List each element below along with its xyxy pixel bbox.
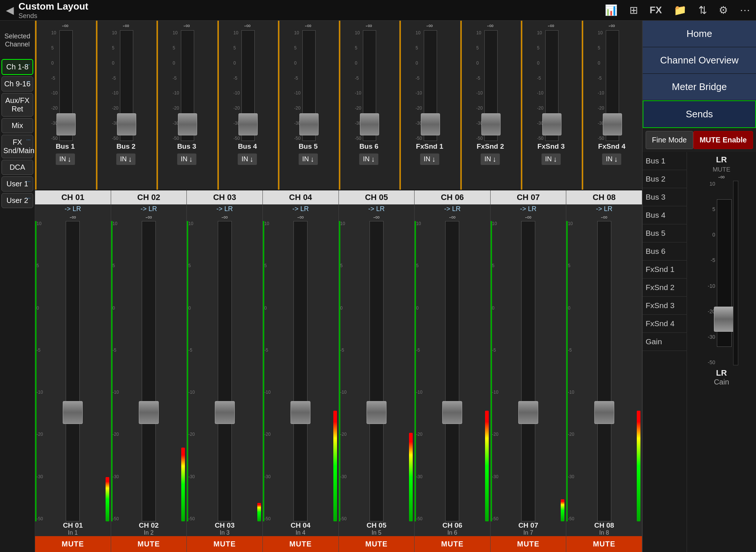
sidebar-item-aux-fx-ret[interactable]: Aux/FX Ret — [1, 93, 33, 117]
in-button[interactable]: IN ↓ — [299, 153, 318, 165]
sends-list-item-0[interactable]: Bus 1 — [643, 152, 687, 170]
sends-list-item-9[interactable]: FxSnd 4 — [643, 315, 687, 333]
gear-icon[interactable]: ⚙ — [719, 4, 728, 16]
mute-button[interactable]: MUTE — [491, 536, 566, 552]
fader-knob[interactable] — [238, 113, 258, 135]
sends-list-item-8[interactable]: FxSnd 3 — [643, 297, 687, 315]
bus-strip-0: -∞1050-5-10-20-30-50Bus 1IN ↓ — [35, 21, 96, 190]
sends-list-item-3[interactable]: Bus 4 — [643, 206, 687, 224]
channel-strip-5: CH 06-> LR-∞1050-5-10-20-30-50CH 06In 6M… — [415, 190, 491, 552]
back-button[interactable]: ◀ — [6, 4, 14, 16]
fader-knob[interactable] — [56, 113, 76, 135]
ch-left-bar — [35, 221, 37, 521]
channel-strip-0: CH 01-> LR-∞1050-5-10-20-30-50CH 01In 1M… — [35, 190, 111, 552]
ch-db: -∞ — [145, 214, 152, 221]
strip-db: -∞ — [365, 22, 372, 30]
fine-mode-button[interactable]: Fine Mode — [646, 131, 693, 149]
mute-button[interactable]: MUTE — [339, 536, 415, 552]
sidebar-item-mix[interactable]: Mix — [1, 118, 33, 133]
left-sidebar: Selected Channel ··· Ch 1-8 ··· Ch 9-16 … — [0, 21, 35, 552]
sends-list-item-7[interactable]: FxSnd 2 — [643, 279, 687, 297]
mute-button[interactable]: MUTE — [415, 536, 490, 552]
ch-fader-knob[interactable] — [63, 401, 83, 424]
right-fader-knob[interactable] — [714, 307, 735, 332]
ch-fader-track[interactable] — [521, 221, 535, 521]
app-subtitle: Sends — [18, 12, 88, 20]
folder-icon[interactable]: 📁 — [674, 4, 687, 16]
ch-fader-track[interactable] — [142, 221, 156, 521]
selected-channel-label: Selected Channel — [1, 22, 33, 59]
fader-area: 1050-5-10-20-30-50 — [172, 30, 202, 141]
ch-fader-track[interactable] — [597, 221, 611, 521]
strip-db: -∞ — [123, 22, 129, 30]
ch-meter-bar — [637, 411, 640, 521]
ch-fader-knob[interactable] — [291, 401, 310, 424]
fader-knob[interactable] — [603, 113, 622, 135]
ch-fader-track[interactable] — [293, 221, 307, 521]
ch-fader-knob[interactable] — [367, 401, 386, 424]
ch-fader-knob[interactable] — [594, 401, 614, 424]
in-button[interactable]: IN ↓ — [116, 153, 135, 165]
in-button[interactable]: IN ↓ — [238, 153, 257, 165]
mute-button[interactable]: MUTE — [35, 536, 111, 552]
fader-knob[interactable] — [421, 113, 440, 135]
mute-button[interactable]: MUTE — [187, 536, 262, 552]
ch-fader-track[interactable] — [66, 221, 80, 521]
mute-button[interactable]: MUTE — [111, 536, 187, 552]
ch-meter-bar — [106, 477, 109, 521]
nav-home-button[interactable]: Home — [643, 21, 756, 47]
sidebar-dots: ··· — [26, 78, 31, 84]
ch-left-bar — [111, 221, 113, 521]
in-button[interactable]: IN ↓ — [542, 153, 561, 165]
sidebar-item-user1[interactable]: ··· User 1 — [1, 176, 33, 192]
fader-knob[interactable] — [299, 113, 319, 135]
ch-fader-knob[interactable] — [139, 401, 159, 424]
sends-list-item-2[interactable]: Bus 3 — [643, 188, 687, 206]
more-icon[interactable]: ⋯ — [740, 4, 750, 16]
transfer-icon[interactable]: ⇅ — [698, 4, 707, 16]
ch-left-bar — [187, 221, 188, 521]
in-button[interactable]: IN ↓ — [177, 153, 196, 165]
arrow-down-icon: ↓ — [310, 155, 314, 163]
mute-enable-button[interactable]: MUTE Enable — [693, 131, 753, 149]
sends-list-item-4[interactable]: Bus 5 — [643, 224, 687, 242]
ch-fader-track[interactable] — [370, 221, 384, 521]
in-button[interactable]: IN ↓ — [56, 153, 75, 165]
strip-accent-bar — [278, 21, 279, 190]
ch-fader-area: 1050-5-10-20-30-50 — [187, 221, 262, 521]
sidebar-item-user2[interactable]: ··· User 2 — [1, 193, 33, 208]
mute-button[interactable]: MUTE — [566, 536, 642, 552]
right-fader-track[interactable] — [717, 199, 732, 347]
in-button[interactable]: IN ↓ — [420, 153, 439, 165]
ch-fader-knob[interactable] — [442, 401, 462, 424]
fx-button[interactable]: FX — [650, 4, 662, 16]
fader-knob[interactable] — [178, 113, 197, 135]
in-button[interactable]: IN ↓ — [602, 153, 621, 165]
nav-sends-button[interactable]: Sends — [643, 100, 756, 128]
ch-fader-track[interactable] — [445, 221, 459, 521]
sidebar-item-dca[interactable]: DCA — [1, 160, 33, 175]
in-button[interactable]: IN ↓ — [481, 153, 500, 165]
sidebar-item-ch9-16[interactable]: ··· Ch 9-16 — [1, 76, 33, 92]
ch-fader-knob[interactable] — [215, 401, 235, 424]
nav-meter-bridge-button[interactable]: Meter Bridge — [643, 74, 756, 100]
sends-list-item-10[interactable]: Gain — [643, 333, 687, 351]
sends-list-item-6[interactable]: FxSnd 1 — [643, 261, 687, 279]
ch-fader-track[interactable] — [218, 221, 232, 521]
sends-list-item-5[interactable]: Bus 6 — [643, 242, 687, 261]
sidebar-item-fx-snd-main[interactable]: ··· FX Snd/Main — [1, 135, 33, 158]
bar-chart-icon[interactable]: 📊 — [605, 4, 618, 16]
sends-list-item-1[interactable]: Bus 2 — [643, 170, 687, 188]
ch-header: CH 01 — [35, 190, 111, 204]
nav-channel-overview-button[interactable]: Channel Overview — [643, 47, 756, 74]
sidebar-item-ch1-8[interactable]: ··· Ch 1-8 — [1, 59, 33, 75]
mute-button[interactable]: MUTE — [263, 536, 339, 552]
fader-knob[interactable] — [542, 113, 561, 135]
in-button[interactable]: IN ↓ — [359, 153, 378, 165]
grid-icon[interactable]: ⊞ — [629, 4, 638, 16]
fader-knob[interactable] — [481, 113, 501, 135]
fader-knob[interactable] — [360, 113, 379, 135]
ch-fader-knob[interactable] — [518, 401, 538, 424]
fader-area: 1050-5-10-20-30-50 — [597, 30, 626, 141]
fader-knob[interactable] — [117, 113, 136, 135]
